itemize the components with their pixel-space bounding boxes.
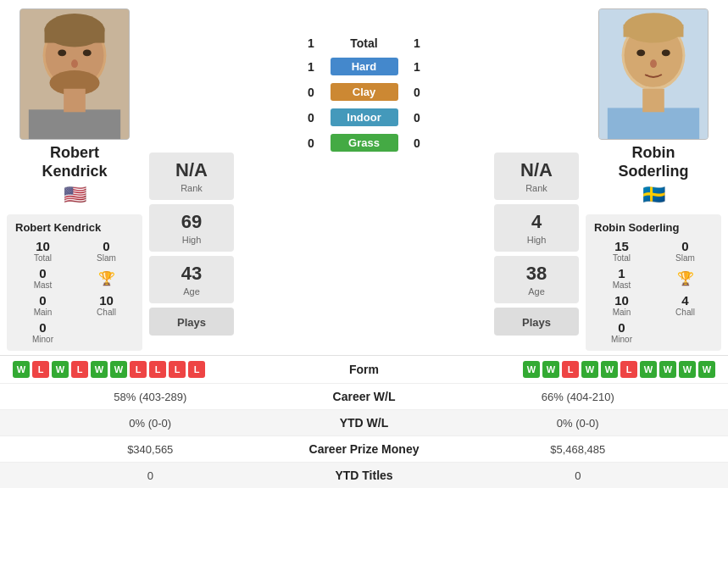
hard-badge: Hard <box>331 58 398 75</box>
svg-point-7 <box>71 59 78 68</box>
stats-row-3: 0 YTD Titles 0 <box>0 462 728 488</box>
right-form: WWLWWLWWWW <box>415 361 716 378</box>
right-player-photo <box>598 8 709 140</box>
right-stats-player-label: Robin Soderling <box>594 221 713 234</box>
right-player-name-block: Robin Soderling 🇸🇪 <box>598 144 709 206</box>
left-form: WLWLWWLLLL <box>13 361 314 378</box>
right-form-badge-w: W <box>659 361 676 378</box>
grass-row: 0 Grass 0 <box>301 134 428 152</box>
svg-point-6 <box>83 49 92 56</box>
hard-row: 1 Hard 1 <box>301 58 428 75</box>
left-form-badge-l: L <box>188 361 205 378</box>
stats-row-left-1: 0% (0-0) <box>13 417 288 430</box>
left-trophy-row: 🏆 <box>79 266 134 290</box>
svg-point-18 <box>650 59 657 68</box>
left-high-col: 69 High <box>149 204 234 252</box>
left-total-stat: 10 Total <box>15 239 70 263</box>
left-player-name: Robert Kendrick <box>19 144 130 180</box>
svg-rect-9 <box>29 109 120 139</box>
svg-rect-4 <box>45 28 105 43</box>
left-minor-stat: 0 Minor <box>15 320 70 344</box>
svg-rect-19 <box>608 108 699 139</box>
right-player-name: Robin Soderling <box>598 144 709 180</box>
left-form-badge-l: L <box>169 361 186 378</box>
left-age-col: 43 Age <box>149 256 234 303</box>
svg-point-5 <box>58 49 66 56</box>
right-form-badge-w: W <box>640 361 657 378</box>
right-slam-stat: 0 Slam <box>658 239 713 263</box>
stats-row-left-3: 0 <box>13 469 288 482</box>
stats-row-right-1: 0% (0-0) <box>441 417 716 430</box>
total-label: Total <box>331 36 398 50</box>
stats-row-center-2: Career Prize Money <box>288 442 441 456</box>
right-trophy-icon: 🏆 <box>677 270 694 286</box>
left-player-flag: 🇺🇸 <box>19 184 130 206</box>
center-vs-block: 1 Total 1 1 Hard 1 0 Clay 0 0 Indoor 0 0… <box>241 34 487 154</box>
stats-row-center-3: YTD Titles <box>288 469 441 482</box>
right-age-col: 38 Age <box>494 256 579 303</box>
left-middle-stats: N/A Rank 69 High 43 Age Plays <box>149 153 234 336</box>
right-middle-stats: N/A Rank 4 High 38 Age Plays <box>494 153 579 336</box>
right-form-badge-w: W <box>542 361 559 378</box>
stats-row-2: $340,565 Career Prize Money $5,468,485 <box>0 436 728 462</box>
right-plays-col: Plays <box>494 308 579 336</box>
stats-row-center-0: Career W/L <box>288 390 441 403</box>
right-form-badge-w: W <box>523 361 540 378</box>
left-rank-col: N/A Rank <box>149 153 234 200</box>
right-mast-stat: 1 Mast <box>594 266 649 290</box>
right-form-badge-l: L <box>620 361 637 378</box>
right-form-badge-w: W <box>679 361 696 378</box>
left-player-photo <box>19 8 130 140</box>
indoor-badge: Indoor <box>331 108 398 126</box>
left-form-badge-w: W <box>13 361 30 378</box>
stats-row-right-3: 0 <box>441 469 716 482</box>
stats-row-left-2: $340,565 <box>13 443 288 456</box>
svg-rect-20 <box>642 89 664 113</box>
left-player-name-block: Robert Kendrick 🇺🇸 <box>19 144 130 206</box>
left-form-badge-l: L <box>71 361 88 378</box>
left-form-badge-w: W <box>52 361 69 378</box>
stats-row-0: 58% (403-289) Career W/L 66% (404-210) <box>0 383 728 409</box>
right-high-col: 4 High <box>494 204 579 252</box>
stats-row-left-0: 58% (403-289) <box>13 391 288 403</box>
right-player-col: Robin Soderling 🇸🇪 Robin Soderling 15 To… <box>586 8 721 351</box>
left-form-badge-l: L <box>130 361 147 378</box>
left-mast-stat: 0 Mast <box>15 266 70 290</box>
left-form-badge-l: L <box>149 361 166 378</box>
right-form-badge-w: W <box>581 361 598 378</box>
right-rank-col: N/A Rank <box>494 153 579 200</box>
svg-rect-10 <box>64 89 86 113</box>
top-area: Robert Kendrick 🇺🇸 Robert Kendrick 10 To… <box>0 0 728 355</box>
left-chall-stat: 10 Chall <box>79 293 134 317</box>
stats-row-1: 0% (0-0) YTD W/L 0% (0-0) <box>0 409 728 436</box>
left-stats-player-label: Robert Kendrick <box>15 221 134 234</box>
left-form-badge-w: W <box>91 361 108 378</box>
form-label: Form <box>314 363 415 376</box>
right-form-badge-w: W <box>601 361 618 378</box>
left-player-col: Robert Kendrick 🇺🇸 Robert Kendrick 10 To… <box>7 8 142 351</box>
left-player-stats-box: Robert Kendrick 10 Total 0 Slam 0 Mast 🏆 <box>7 214 142 351</box>
left-form-badge-w: W <box>110 361 127 378</box>
stats-row-right-2: $5,468,485 <box>441 443 716 456</box>
svg-rect-15 <box>624 25 684 37</box>
stats-rows-container: 58% (403-289) Career W/L 66% (404-210) 0… <box>0 383 728 488</box>
right-main-stat: 10 Main <box>594 293 649 317</box>
right-form-badge-w: W <box>698 361 715 378</box>
left-form-badge-l: L <box>32 361 49 378</box>
right-chall-stat: 4 Chall <box>658 293 713 317</box>
left-main-stat: 0 Main <box>15 293 70 317</box>
right-trophy-row: 🏆 <box>658 266 713 290</box>
right-minor-stat: 0 Minor <box>594 320 649 344</box>
right-form-badge-l: L <box>562 361 579 378</box>
indoor-row: 0 Indoor 0 <box>301 108 428 126</box>
right-player-flag: 🇸🇪 <box>598 184 709 206</box>
clay-row: 0 Clay 0 <box>301 83 428 101</box>
right-total-stat: 15 Total <box>594 239 649 263</box>
left-plays-col: Plays <box>149 308 234 336</box>
grass-badge: Grass <box>331 134 398 152</box>
right-player-stats-box: Robin Soderling 15 Total 0 Slam 1 Mast 🏆 <box>586 214 721 351</box>
total-row: 1 Total 1 <box>301 36 428 50</box>
form-section: WLWLWWLLLL Form WWLWWLWWWW <box>0 355 728 383</box>
svg-point-17 <box>662 49 670 56</box>
stats-row-right-0: 66% (404-210) <box>441 391 716 403</box>
